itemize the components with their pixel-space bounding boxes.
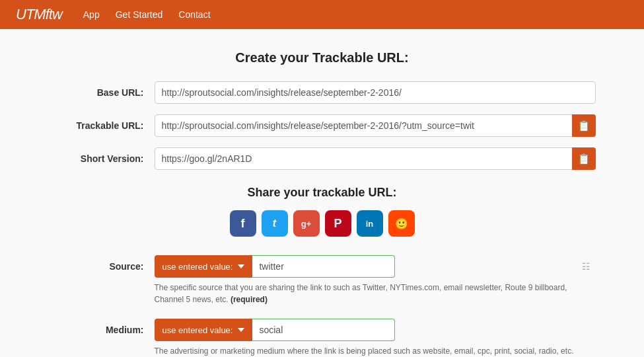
base-url-input[interactable] [155,81,596,104]
pinterest-icon: P [334,217,341,231]
reddit-icon: 🙂 [395,218,408,230]
trackable-url-input[interactable] [155,114,596,137]
nav-contact[interactable]: Contact [178,9,210,20]
source-input-group: use entered value: ☷ [155,255,596,278]
site-header: UTMftw App Get Started Contact [0,0,644,29]
base-url-input-group [155,81,596,104]
medium-dropdown-caret-icon [238,328,244,332]
medium-value-wrapper [252,319,595,341]
medium-row: Medium: use entered value: [49,319,596,341]
medium-value-input[interactable] [252,319,395,341]
googleplus-icon: g+ [301,219,312,229]
source-description: The specific source that you are sharing… [155,282,596,305]
trackable-url-label: Trackable URL: [49,120,155,131]
main-content: Create your Trackable URL: Base URL: Tra… [38,29,606,357]
social-icons: f t g+ P in 🙂 [49,210,596,237]
logo-utm: UTM [16,6,46,22]
page-title: Create your Trackable URL: [49,50,596,65]
source-row: Source: use entered value: ☷ [49,255,596,278]
source-label: Source: [49,261,155,272]
source-dropdown-caret-icon [238,264,244,268]
short-version-input[interactable] [155,147,596,170]
facebook-share-button[interactable]: f [230,210,256,237]
twitter-share-button[interactable]: t [262,210,288,237]
pinterest-share-button[interactable]: P [325,210,351,237]
facebook-icon: f [241,217,245,231]
medium-dropdown-button[interactable]: use entered value: [155,319,253,341]
trackable-url-input-group: 📋 [155,114,596,137]
source-section: Source: use entered value: ☷ The specifi… [49,255,596,305]
copy-icon: 📋 [577,120,590,132]
trackable-url-copy-button[interactable]: 📋 [572,114,596,137]
share-title: Share your trackable URL: [49,186,596,200]
medium-dropdown-label: use entered value: [162,325,233,335]
medium-input-group: use entered value: [155,319,596,341]
logo-ftw: ftw [46,6,62,22]
nav-app[interactable]: App [83,9,100,20]
medium-description: The advertising or marketing medium wher… [155,345,596,357]
source-dropdown-label: use entered value: [162,262,233,272]
medium-label: Medium: [49,325,155,335]
source-field-icon: ☷ [582,261,590,272]
source-dropdown-button[interactable]: use entered value: [155,255,253,278]
linkedin-icon: in [366,219,374,229]
short-version-input-group: 📋 [155,147,596,170]
short-version-label: Short Version: [49,153,155,164]
twitter-icon: t [273,218,276,229]
site-logo: UTMftw [16,6,62,23]
base-url-row: Base URL: [49,81,596,104]
source-value-input[interactable] [252,255,395,278]
base-url-label: Base URL: [49,87,155,98]
main-nav: App Get Started Contact [83,9,211,20]
medium-section: Medium: use entered value: The advertisi… [49,319,596,357]
linkedin-share-button[interactable]: in [357,210,383,237]
source-value-wrapper: ☷ [252,255,595,278]
copy-icon: 📋 [577,153,590,165]
share-section: Share your trackable URL: f t g+ P in 🙂 [49,186,596,237]
short-version-row: Short Version: 📋 [49,147,596,170]
source-required: (required) [231,295,268,304]
trackable-url-row: Trackable URL: 📋 [49,114,596,137]
nav-get-started[interactable]: Get Started [116,9,163,20]
googleplus-share-button[interactable]: g+ [293,210,320,237]
reddit-share-button[interactable]: 🙂 [388,210,415,237]
short-version-copy-button[interactable]: 📋 [572,147,596,170]
